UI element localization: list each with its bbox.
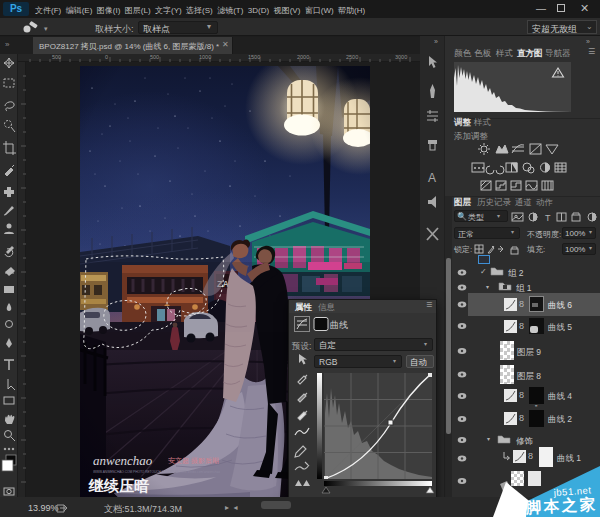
svg-text:继续压暗: 继续压暗 [88,477,150,494]
svg-text:WWW.ANWENCHAO.COM PHOTO RETOUC: WWW.ANWENCHAO.COM PHOTO RETOUCH STUDIO W… [93,470,220,474]
svg-text:1500: 1500 [248,54,260,60]
svg-text:500: 500 [150,54,159,60]
svg-text:1000: 1000 [199,54,211,60]
svg-text:安文超 摄影后期: 安文超 摄影后期 [168,456,219,465]
svg-text:T: T [545,213,551,223]
svg-text:500: 500 [52,54,61,60]
svg-text:A: A [428,171,436,185]
svg-text:anwenchao: anwenchao [93,453,153,468]
svg-text:3000: 3000 [395,54,407,60]
svg-text:2500: 2500 [346,54,358,60]
svg-text:2000: 2000 [297,54,309,60]
svg-text:0: 0 [105,54,108,60]
